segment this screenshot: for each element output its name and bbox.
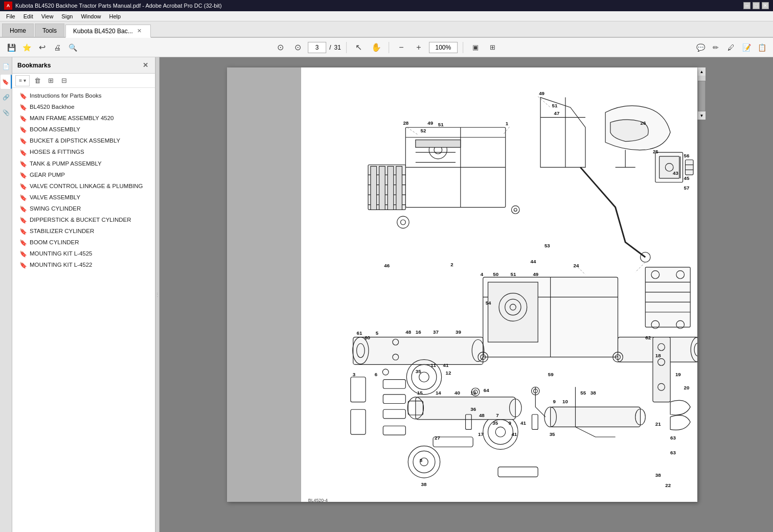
sticky-note-button[interactable]: 📝 [739, 41, 754, 54]
bookmark-item-tank[interactable]: 🔖 TANK & PUMP ASSEMBLY [12, 158, 155, 169]
bookmark-label-tank: TANK & PUMP ASSEMBLY [30, 159, 150, 168]
draw-button[interactable]: 🖊 [724, 41, 738, 54]
zoom-input[interactable]: 100% [429, 42, 458, 53]
svg-point-24 [401, 220, 406, 225]
bookmark-item-boom[interactable]: 🔖 BOOM ASSEMBLY [12, 124, 155, 135]
svg-text:46: 46 [384, 263, 390, 268]
sidebar-icon-pages[interactable]: 📄 [1, 59, 12, 74]
svg-text:13: 13 [470, 390, 476, 396]
bookmark-item-valve[interactable]: 🔖 VALVE ASSEMBLY [12, 192, 155, 203]
zoom-in-button[interactable]: + [412, 41, 426, 54]
svg-rect-19 [371, 166, 377, 210]
menu-window[interactable]: Window [77, 12, 105, 20]
scrollbar-track[interactable] [698, 76, 706, 111]
toolbar-sep-1 [346, 42, 347, 53]
bookmark-item-valve-control[interactable]: 🔖 VALVE CONTROL LINKAGE & PLUMBING [12, 180, 155, 192]
scrollbar-thumb[interactable] [698, 81, 706, 111]
panel-splitter[interactable]: ⋮ [155, 57, 160, 532]
svg-text:54: 54 [486, 300, 491, 306]
bookmark-item-gear[interactable]: 🔖 GEAR PUMP [12, 169, 155, 180]
select-tool-button[interactable]: ↖ [352, 41, 366, 54]
minimize-button[interactable]: ─ [743, 2, 751, 9]
single-page-view-button[interactable]: ▣ [468, 41, 483, 54]
tab-document[interactable]: Kubota BL4520 Bac... ✕ [65, 25, 151, 38]
svg-text:22: 22 [665, 482, 671, 488]
bookmark-item-hoses[interactable]: 🔖 HOSES & FITTINGS [12, 146, 155, 157]
svg-rect-97 [383, 426, 405, 435]
tab-tools-label: Tools [42, 27, 57, 34]
bookmark-label-gear: GEAR PUMP [30, 171, 150, 179]
svg-text:17: 17 [478, 431, 484, 437]
bookmark-item-bucket[interactable]: 🔖 BUCKET & DIPSTICK ASSEMBLY [12, 135, 155, 146]
bookmarks-delete-button[interactable]: 🗑 [32, 75, 43, 86]
svg-rect-96 [383, 409, 405, 419]
highlight-button[interactable]: ✏ [709, 41, 723, 54]
bookmark-item-instructions[interactable]: 🔖 Instructions for Parts Books [12, 90, 155, 101]
bookmark-item-mainframe[interactable]: 🔖 MAIN FRAME ASSEMBLY 4520 [12, 112, 155, 124]
next-page-button[interactable]: ⊙ [290, 41, 305, 54]
stamp-button[interactable]: 📋 [755, 41, 769, 54]
svg-point-25 [511, 206, 519, 214]
bookmarks-close-button[interactable]: ✕ [141, 61, 150, 70]
right-scrollbar[interactable]: ▲ ▼ [697, 67, 706, 120]
tab-close-button[interactable]: ✕ [136, 28, 143, 35]
pdf-area[interactable]: 28 49 51 52 49 51 47 1 26 25 56 43 45 [160, 57, 773, 532]
svg-text:59: 59 [548, 372, 554, 377]
bookmark-item-mounting-4522[interactable]: 🔖 MOUNTING KIT L-4522 [12, 259, 155, 270]
bookmark-icon-boom: 🔖 [19, 126, 27, 133]
search-button[interactable]: 🔍 [65, 41, 80, 54]
tab-tools[interactable]: Tools [35, 24, 64, 37]
svg-text:2: 2 [450, 262, 453, 267]
bookmarks-list: 🔖 Instructions for Parts Books 🔖 BL4520 … [12, 88, 155, 532]
bookmark-item-bl4520[interactable]: 🔖 BL4520 Backhoe [12, 101, 155, 112]
svg-text:49: 49 [427, 120, 433, 126]
scrollbar-up-button[interactable]: ▲ [698, 67, 706, 76]
bookmarks-menu-button[interactable]: ≡ ▾ [15, 75, 30, 86]
bookmark-item-stabilizer[interactable]: 🔖 STABILIZER CYLINDER [12, 225, 155, 237]
svg-rect-92 [351, 377, 366, 402]
bookmark-item-boom-cylinder[interactable]: 🔖 BOOM CYLINDER [12, 237, 155, 248]
bookmark-icon-mounting-4525: 🔖 [19, 250, 27, 257]
sidebar-icon-bookmarks[interactable]: 🔖 [1, 75, 12, 89]
tab-home[interactable]: Home [2, 24, 34, 37]
bookmark-item-swing[interactable]: 🔖 SWING CYLINDER [12, 203, 155, 214]
menu-view[interactable]: View [37, 12, 58, 20]
two-page-view-button[interactable]: ⊞ [486, 41, 500, 54]
menu-help[interactable]: Help [105, 12, 125, 20]
page-input[interactable]: 3 [308, 42, 326, 53]
svg-rect-52 [488, 282, 538, 342]
bookmarks-collapse-button[interactable]: ⊟ [58, 75, 70, 86]
close-window-button[interactable]: ✕ [762, 2, 769, 9]
bookmark-label-mainframe: MAIN FRAME ASSEMBLY 4520 [30, 114, 150, 122]
bookmark-icon-instructions: 🔖 [19, 92, 27, 99]
hand-tool-button[interactable]: ✋ [369, 41, 383, 54]
menu-sign[interactable]: Sign [57, 12, 77, 20]
comment-button[interactable]: 💬 [693, 41, 708, 54]
bookmark-icon-valve: 🔖 [19, 194, 27, 201]
svg-rect-32 [685, 160, 693, 175]
bookmark-icon-valve-control: 🔖 [19, 182, 27, 190]
bookmarks-expand-button[interactable]: ⊞ [45, 75, 56, 86]
bookmark-icon-mainframe: 🔖 [19, 114, 27, 122]
scrollbar-down-button[interactable]: ▼ [698, 111, 706, 120]
sidebar-icons: 📄 🔖 🔗 📎 [0, 57, 12, 532]
bookmark-icon-tank: 🔖 [19, 160, 27, 167]
save-button[interactable]: 💾 [4, 41, 18, 54]
bookmark-label-dipperstick: DIPPERSTICK & BUCKET CYLINDER [30, 216, 150, 224]
sidebar-icon-tools[interactable]: 📎 [1, 105, 12, 120]
bookmark-item-mounting-4525[interactable]: 🔖 MOUNTING KIT L-4525 [12, 248, 155, 259]
zoom-out-button[interactable]: − [394, 41, 408, 54]
svg-text:38: 38 [421, 481, 427, 487]
maximize-button[interactable]: □ [753, 2, 760, 9]
prev-page-button[interactable]: ⊙ [273, 41, 287, 54]
menu-file[interactable]: File [2, 12, 19, 20]
svg-text:44: 44 [531, 259, 536, 264]
sidebar-icon-links[interactable]: 🔗 [1, 90, 12, 104]
print-button[interactable]: 🖨 [50, 41, 64, 54]
bookmark-button[interactable]: ⭐ [19, 41, 34, 54]
back-button[interactable]: ↩ [35, 41, 49, 54]
bookmark-item-dipperstick[interactable]: 🔖 DIPPERSTICK & BUCKET CYLINDER [12, 214, 155, 225]
bookmarks-toolbar: ≡ ▾ 🗑 ⊞ ⊟ [12, 74, 155, 88]
title-bar: A Kubota BL4520 Backhoe Tractor Parts Ma… [0, 0, 773, 11]
menu-edit[interactable]: Edit [19, 12, 37, 20]
